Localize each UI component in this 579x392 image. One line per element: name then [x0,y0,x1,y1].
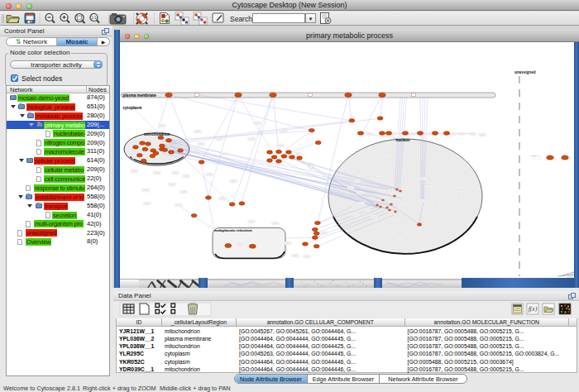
svg-text:cytoplasm: cytoplasm [123,106,142,110]
svg-text:nucleus: nucleus [396,138,411,142]
svg-text:unassigned: unassigned [514,70,536,74]
svg-text:endoplasmic reticulum: endoplasmic reticulum [214,228,252,232]
svg-text:mitochondrion: mitochondrion [144,132,170,136]
svg-text:f(x): f(x) [529,305,538,313]
svg-text:plasma membrane: plasma membrane [123,93,157,98]
svg-text:1:1: 1:1 [91,16,97,20]
